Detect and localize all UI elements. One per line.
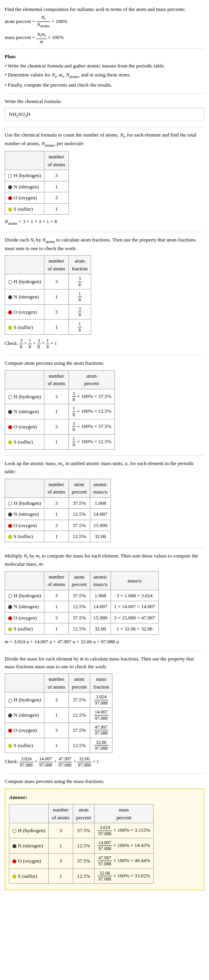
table-row: S (sulfur) 1 12.5% 32.0697.088 [5, 738, 112, 753]
table-row: H (hydrogen) 3 38 [5, 274, 91, 289]
atomic-mass-header: Look up the atomic mass, mi, in unified … [5, 460, 204, 476]
h-dot-am [8, 502, 12, 506]
s-dot-am [8, 535, 12, 539]
fo: O (oxygen) [5, 304, 44, 320]
mass-calc-header: Multiply Ni by mi to compute the mass fo… [5, 552, 204, 568]
table-row: N (nitrogen) 1 18 × 100% = 12.5% [5, 404, 115, 419]
formula-section: Write the chemical formula: NH2SO3H [5, 98, 204, 121]
s-dot-mc [8, 627, 12, 631]
fn: N (nitrogen) [5, 289, 44, 304]
chemical-formula: NH2SO3H [9, 111, 30, 117]
divider-8 [5, 651, 204, 651]
n-dot-am [8, 513, 12, 517]
fraction-check: Check: 38 + 18 + 38 + 18 = 1 [5, 338, 204, 350]
table-row: H (hydrogen) 3 37.5% 3.02497.088 × 100% … [9, 823, 154, 838]
n-dot-f [8, 295, 12, 299]
col-el-f [5, 256, 44, 274]
divider-6 [5, 455, 204, 456]
table-row: O (oxygen) 3 37.5% 15.999 [5, 520, 111, 531]
mass-fraction-header: Divide the mass for each element by m to… [5, 655, 204, 670]
element-s: S (sulfur) [5, 203, 44, 215]
col-num-f: numberof atoms [44, 256, 68, 274]
table-row: N (nitrogen) 1 12.5% 14.00797.088 × 100%… [9, 838, 154, 854]
divider-5 [5, 355, 204, 355]
final-table: numberof atoms atompercent masspercent H… [9, 804, 154, 884]
n-dot-mf [8, 714, 12, 717]
table-row: S (sulfur) 1 12.5% 32.0697.088 × 100% = … [9, 868, 154, 884]
s-dot-f [8, 326, 12, 330]
divider-3 [5, 127, 204, 127]
table-row: O (oxygen) 3 [5, 192, 69, 204]
table-row: N (nitrogen) 1 [5, 181, 69, 192]
col-num-atoms-1: numberof atoms [44, 151, 68, 170]
divider-2 [5, 93, 204, 94]
fraction-header: Divide each Ni by Natoms to calculate at… [5, 236, 204, 252]
count-table: numberof atoms H (hydrogen) 3 N (nitroge… [5, 151, 69, 215]
h-dot-ap [8, 395, 12, 399]
table-row: S (sulfur) 1 12.5% 32.06 1 × 32.06 = 32.… [5, 623, 159, 635]
table-row: H (hydrogen) 3 37.5% 1.008 3 × 1.008 = 3… [5, 590, 159, 601]
answer-label: Answer: [9, 794, 200, 801]
s-dot-final [12, 875, 16, 879]
atom-percent-formula: atom percent = NiNatoms × 100% [5, 15, 204, 29]
s-count: 1 [44, 203, 68, 215]
atom-percent-section: Compute atom percents using the atom fra… [5, 359, 204, 450]
divider-9 [5, 773, 204, 774]
element-h: H (hydrogen) [5, 170, 44, 181]
table-row: H (hydrogen) 3 37.5% 1.008 [5, 497, 111, 509]
divider-4 [5, 232, 204, 232]
col-element-1 [5, 151, 44, 170]
table-row: H (hydrogen) 3 38 × 100% = 37.5% [5, 389, 115, 404]
n-count: 1 [44, 181, 68, 192]
o-dot-f [8, 311, 12, 314]
divider-7 [5, 548, 204, 548]
plan-section: Plan: • Write the chemical formula and g… [5, 53, 204, 89]
count-section: Use the chemical formula to count the nu… [5, 131, 204, 226]
n-dot [8, 185, 12, 189]
mass-fraction-section: Divide the mass for each element by m to… [5, 655, 204, 768]
o-dot-ap [8, 425, 12, 429]
table-row: O (oxygen) 3 37.5% 47.99797.088 [5, 723, 112, 738]
count-header: Use the chemical formula to count the nu… [5, 131, 204, 148]
table-row: O (oxygen) 3 37.5% 47.99797.088 × 100% =… [9, 853, 154, 868]
fs: S (sulfur) [5, 320, 44, 335]
s-dot-mf [8, 744, 12, 748]
o-dot [8, 196, 12, 200]
mass-fraction-table: numberof atoms atompercent massfraction … [5, 673, 112, 753]
h-dot [8, 174, 12, 178]
formula-box: NH2SO3H [5, 108, 204, 122]
h-dot-mf [8, 699, 12, 703]
natoms-total: Natoms = 3 + 1 + 3 + 1 = 8 [5, 218, 204, 226]
o-count: 3 [44, 192, 68, 204]
atom-percent-table: numberof atoms atompercent H (hydrogen) … [5, 370, 115, 450]
fh: H (hydrogen) [5, 274, 44, 289]
table-row: S (sulfur) 1 12.5% 32.06 [5, 531, 111, 542]
atomic-mass-section: Look up the atomic mass, mi, in unified … [5, 460, 204, 542]
table-row: S (sulfur) 1 18 [5, 320, 91, 335]
mass-percent-formula: mass percent = Nimim × 100% [5, 32, 204, 44]
intro-text: Find the elemental composition for sulfa… [5, 5, 204, 13]
element-o: O (oxygen) [5, 192, 44, 204]
h-dot-f [8, 280, 12, 284]
plan-header: Plan: [5, 53, 204, 60]
table-row: S (sulfur) 1 [5, 203, 69, 215]
final-header: Compute mass percents using the mass fra… [5, 778, 204, 785]
o-dot-mf [8, 729, 12, 733]
col-frac-f: atomfraction [68, 256, 91, 274]
formula-header: Write the chemical formula: [5, 98, 204, 105]
plan-step-1: • Write the chemical formula and gather … [5, 62, 204, 70]
n-dot-final [12, 844, 16, 848]
s-dot [8, 208, 12, 211]
fraction-table: numberof atoms atomfraction H (hydrogen)… [5, 255, 91, 335]
o-dot-mc [8, 616, 12, 620]
table-row: N (nitrogen) 1 12.5% 14.00797.088 [5, 708, 112, 723]
fraction-section: Divide each Ni by Natoms to calculate at… [5, 236, 204, 350]
mass-total: m = 3.024 u + 14.007 u + 47.997 u + 32.0… [5, 638, 204, 646]
table-row: H (hydrogen) 3 [5, 170, 69, 181]
table-row: O (oxygen) 3 37.5% 15.999 3 × 15.999 = 4… [5, 612, 159, 623]
h-count: 3 [44, 170, 68, 181]
o-dot-final [12, 859, 16, 863]
table-row: O (oxygen) 3 38 × 100% = 37.5% [5, 419, 115, 435]
plan-step-3: • Finally, compute the percents and chec… [5, 81, 204, 89]
element-n: N (nitrogen) [5, 181, 44, 192]
